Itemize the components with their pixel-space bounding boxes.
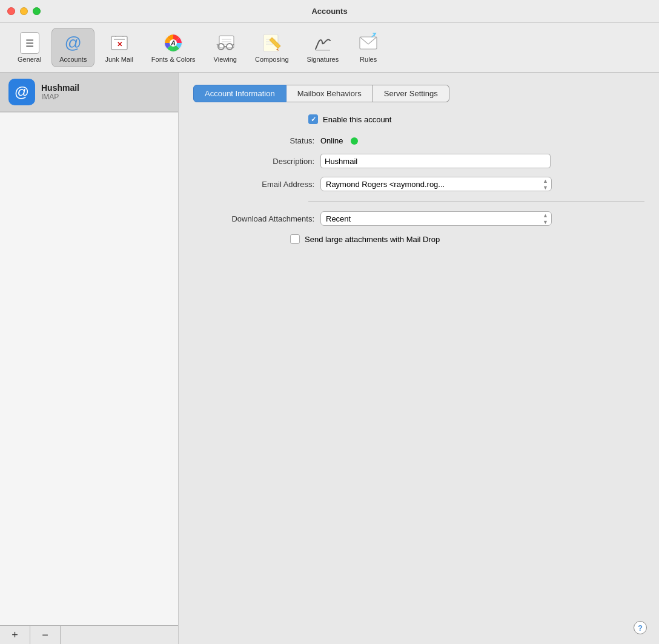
mail-drop-checkbox[interactable] (290, 234, 300, 244)
toolbar-label-composing: Composing (255, 56, 289, 63)
account-info: Hushmail IMAP (41, 83, 79, 101)
toolbar-label-junkmail: Junk Mail (105, 56, 133, 63)
status-dot-online (351, 137, 358, 145)
help-button[interactable]: ? (634, 621, 647, 634)
description-label: Description: (193, 157, 314, 166)
email-label: Email Address: (193, 180, 314, 189)
toolbar-item-composing[interactable]: Composing (247, 28, 297, 67)
accounts-list: @ Hushmail IMAP (0, 73, 178, 625)
description-row: Description: (193, 154, 644, 168)
tab-bar: Account Information Mailbox Behaviors Se… (193, 85, 644, 102)
toolbar-item-fonts-colors[interactable]: A Fonts & Colors (144, 28, 204, 67)
svg-text:✕: ✕ (116, 41, 122, 48)
email-select-wrap: Raymond Rogers <raymond.rog... ▲ ▼ (320, 177, 552, 191)
tab-mailbox-behaviors[interactable]: Mailbox Behaviors (286, 85, 373, 102)
sidebar: @ Hushmail IMAP + − (0, 73, 179, 644)
enable-account-checkbox[interactable] (308, 114, 318, 124)
enable-account-label: Enable this account (323, 115, 391, 124)
detail-panel: Account Information Mailbox Behaviors Se… (179, 73, 659, 644)
toolbar-label-accounts: Accounts (59, 56, 87, 63)
accounts-empty-area (0, 112, 178, 113)
download-row: Download Attachments: All Recent None ▲ … (193, 211, 644, 226)
email-select[interactable]: Raymond Rogers <raymond.rog... (320, 177, 552, 191)
account-name: Hushmail (41, 83, 79, 93)
tab-server-settings[interactable]: Server Settings (373, 85, 449, 102)
toolbar-label-general: General (18, 56, 41, 63)
accounts-icon: @ (62, 32, 84, 54)
toolbar-label-rules: Rules (360, 56, 377, 63)
status-value: Online (320, 136, 343, 145)
account-item-hushmail[interactable]: @ Hushmail IMAP (0, 73, 178, 112)
toolbar-item-rules[interactable]: Rules (349, 28, 388, 67)
account-type: IMAP (41, 93, 79, 101)
toolbar-item-general[interactable]: ☰ General (10, 28, 49, 67)
toolbar-item-junkmail[interactable]: ✕ Junk Mail (97, 28, 141, 67)
viewing-icon (214, 32, 236, 54)
download-label: Download Attachments: (193, 214, 314, 223)
toolbar-item-accounts[interactable]: @ Accounts (51, 28, 94, 67)
download-select[interactable]: All Recent None (320, 211, 552, 226)
download-select-wrap: All Recent None ▲ ▼ (320, 211, 552, 226)
minimize-button[interactable] (20, 7, 28, 15)
main-content: @ Hushmail IMAP + − Account Information (0, 73, 659, 644)
general-icon: ☰ (19, 32, 41, 54)
window-controls (7, 7, 41, 15)
mail-drop-label: Send large attachments with Mail Drop (305, 235, 440, 244)
account-icon: @ (8, 79, 35, 105)
window-title: Accounts (311, 7, 347, 16)
sidebar-actions: + − (0, 625, 178, 644)
enable-account-row: Enable this account (308, 114, 644, 124)
svg-text:A: A (170, 39, 176, 47)
toolbar-label-signatures: Signatures (307, 56, 339, 63)
composing-icon (261, 32, 283, 54)
email-row: Email Address: Raymond Rogers <raymond.r… (193, 177, 644, 191)
junkmail-icon: ✕ (108, 32, 130, 54)
mail-drop-row: Send large attachments with Mail Drop (290, 234, 644, 244)
toolbar-item-viewing[interactable]: Viewing (206, 28, 245, 67)
fonts-colors-icon: A (162, 32, 184, 54)
form-divider (308, 201, 644, 202)
remove-account-button[interactable]: − (30, 626, 61, 644)
maximize-button[interactable] (33, 7, 41, 15)
toolbar-label-viewing: Viewing (214, 56, 237, 63)
status-row: Status: Online (193, 136, 644, 145)
signatures-icon (312, 32, 334, 54)
status-label: Status: (193, 136, 314, 145)
toolbar-item-signatures[interactable]: Signatures (299, 28, 347, 67)
toolbar: ☰ General @ Accounts ✕ Junk Mail (0, 23, 659, 73)
tab-account-information[interactable]: Account Information (193, 85, 286, 102)
title-bar: Accounts (0, 0, 659, 23)
description-input[interactable] (320, 154, 551, 168)
close-button[interactable] (7, 7, 15, 15)
add-account-button[interactable]: + (0, 626, 30, 644)
rules-icon (357, 32, 379, 54)
toolbar-label-fonts-colors: Fonts & Colors (151, 56, 196, 63)
svg-line-15 (217, 44, 218, 45)
